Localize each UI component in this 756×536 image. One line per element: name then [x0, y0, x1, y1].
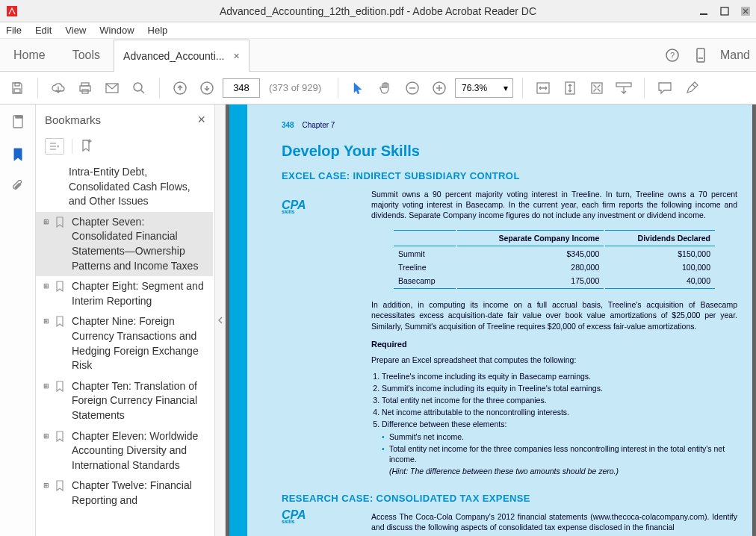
mobile-icon[interactable]: [692, 46, 710, 64]
title-bar: Advanced_Accounting_12th_edition.pdf - A…: [0, 0, 756, 22]
selection-cursor-icon[interactable]: [347, 77, 370, 99]
required-list: Treeline's income including its equity i…: [382, 371, 737, 430]
bookmark-item[interactable]: ⊞Chapter Seven: Consolidated Financial S…: [36, 212, 213, 276]
svg-point-16: [134, 83, 142, 91]
cpa-badge-2: CPAskills: [282, 510, 306, 524]
tabs-row: Home Tools Advanced_Accounti... × ? Mand: [0, 39, 756, 72]
document-view[interactable]: 348 Chapter 7 Develop Your Skills EXCEL …: [226, 105, 756, 536]
svg-rect-28: [616, 83, 631, 87]
table-row: Treeline280,000100,000: [394, 261, 715, 273]
menu-edit[interactable]: Edit: [35, 25, 52, 36]
bookmarks-list[interactable]: Intra-Entity Debt, Consolidated Cash Flo…: [36, 162, 214, 536]
research-case-heading: RESEARCH CASE: CONSOLIDATED TAX EXPENSE: [282, 493, 737, 504]
tab-home[interactable]: Home: [0, 39, 59, 71]
table-header: Separate Company Income: [457, 230, 604, 246]
svg-line-17: [141, 90, 144, 93]
bookmark-label: Chapter Ten: Translation of Foreign Curr…: [72, 379, 207, 423]
list-item: Treeline's income including its equity i…: [382, 371, 737, 381]
section-heading: Develop Your Skills: [282, 143, 737, 160]
intro-paragraph: Summit owns a 90 percent majority voting…: [371, 189, 737, 221]
table-row: Basecamp175,00040,000: [394, 275, 715, 289]
print-icon[interactable]: [74, 77, 96, 99]
bookmark-item[interactable]: Intra-Entity Debt, Consolidated Cash Flo…: [36, 162, 213, 212]
toolbar: (373 of 929) 76.3% ▾: [0, 72, 756, 105]
list-item: Summit's net income.: [382, 431, 737, 442]
close-button[interactable]: [735, 2, 756, 20]
window-title: Advanced_Accounting_12th_edition.pdf - A…: [220, 5, 536, 17]
maximize-button[interactable]: [714, 2, 735, 20]
svg-rect-13: [80, 86, 90, 91]
bookmarks-options-icon[interactable]: [45, 138, 64, 155]
fit-page-icon[interactable]: [559, 77, 581, 99]
bookmark-ribbon-icon: [55, 480, 67, 496]
hand-tool-icon[interactable]: [374, 77, 397, 99]
list-item: Difference between these elements:: [382, 419, 737, 429]
comment-icon[interactable]: [654, 77, 676, 99]
bookmark-ribbon-icon: [55, 381, 67, 397]
expand-icon[interactable]: ⊞: [43, 381, 52, 391]
expand-icon[interactable]: ⊞: [43, 481, 52, 490]
bookmark-item[interactable]: ⊞Chapter Eleven: Worldwide Accounting Di…: [36, 426, 213, 476]
page-count-label: (373 of 929): [269, 82, 321, 93]
menu-help[interactable]: Help: [148, 25, 168, 36]
pdf-page: 348 Chapter 7 Develop Your Skills EXCEL …: [229, 105, 752, 536]
chevron-down-icon: ▾: [504, 83, 508, 93]
email-icon[interactable]: [101, 77, 123, 99]
zoom-out-icon[interactable]: [401, 77, 424, 99]
mand-label[interactable]: Mand: [720, 49, 750, 62]
svg-line-29: [693, 84, 695, 87]
prev-page-icon[interactable]: [169, 77, 191, 99]
bookmarks-icon[interactable]: [8, 145, 28, 164]
panel-collapse-handle[interactable]: [215, 105, 226, 536]
bookmarks-close-icon[interactable]: ×: [197, 112, 205, 128]
page-number-input[interactable]: [223, 78, 260, 98]
attachments-icon[interactable]: [8, 178, 28, 197]
tab-document-label: Advanced_Accounti...: [123, 50, 224, 62]
table-header: Dividends Declared: [605, 230, 715, 246]
tab-document[interactable]: Advanced_Accounti... ×: [114, 40, 250, 72]
thumbnails-icon[interactable]: [8, 112, 28, 131]
second-paragraph: In addition, in computing its income on …: [371, 299, 737, 331]
highlight-icon[interactable]: [681, 77, 703, 99]
research-paragraph: Access The Coca-Cola Company's 2012 fina…: [371, 511, 737, 532]
menu-view[interactable]: View: [65, 25, 86, 36]
required-intro: Prepare an Excel spreadsheet that comput…: [371, 355, 737, 365]
excel-case-heading: EXCEL CASE: INDIRECT SUBSIDIARY CONTROL: [282, 170, 737, 181]
expand-icon[interactable]: ⊞: [43, 217, 52, 227]
new-bookmark-icon[interactable]: [80, 138, 96, 155]
search-icon[interactable]: [128, 77, 150, 99]
bookmark-item[interactable]: ⊞Chapter Twelve: Financial Reporting and: [36, 476, 213, 511]
bookmark-item[interactable]: ⊞Chapter Nine: Foreign Currency Transact…: [36, 311, 213, 375]
page-number: 348: [282, 121, 294, 129]
read-mode-icon[interactable]: [613, 77, 635, 99]
minimize-button[interactable]: [693, 2, 714, 20]
svg-rect-11: [14, 89, 20, 93]
menu-file[interactable]: File: [6, 25, 22, 36]
expand-icon[interactable]: ⊞: [43, 281, 52, 291]
fit-width-icon[interactable]: [532, 77, 554, 99]
tab-tools[interactable]: Tools: [59, 39, 114, 71]
menu-window[interactable]: Window: [99, 25, 134, 36]
required-label: Required: [371, 339, 737, 350]
save-icon[interactable]: [6, 77, 28, 99]
expand-icon[interactable]: ⊞: [43, 317, 52, 326]
bookmark-label: Intra-Entity Debt, Consolidated Cash Flo…: [69, 165, 207, 209]
left-rail: [0, 105, 36, 536]
zoom-select[interactable]: 76.3% ▾: [455, 78, 513, 98]
menu-bar: File Edit View Window Help: [0, 22, 756, 39]
bookmark-item[interactable]: ⊞Chapter Ten: Translation of Foreign Cur…: [36, 376, 213, 426]
main-area: Bookmarks × Intra-Entity Debt, Consolida…: [0, 105, 756, 536]
help-icon[interactable]: ?: [663, 46, 681, 64]
expand-icon[interactable]: ⊞: [43, 431, 52, 441]
bookmark-label: Chapter Twelve: Financial Reporting and: [72, 479, 207, 508]
zoom-in-icon[interactable]: [428, 77, 450, 99]
cloud-icon[interactable]: [47, 77, 69, 99]
bookmarks-title: Bookmarks: [45, 113, 101, 126]
svg-rect-31: [16, 116, 22, 118]
bookmark-label: Chapter Eight: Segment and Interim Repor…: [72, 279, 207, 308]
bookmark-item[interactable]: ⊞Chapter Eight: Segment and Interim Repo…: [36, 276, 213, 311]
next-page-icon[interactable]: [196, 77, 218, 99]
bookmark-label: Chapter Nine: Foreign Currency Transacti…: [72, 314, 207, 373]
fullscreen-icon[interactable]: [586, 77, 608, 99]
tab-close-icon[interactable]: ×: [233, 50, 239, 62]
